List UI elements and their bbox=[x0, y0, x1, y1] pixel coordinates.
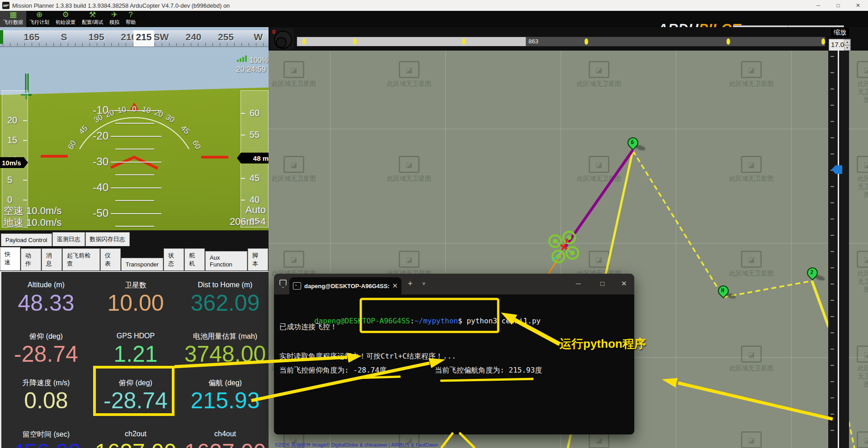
no-satellite-watermark: ◪此区域无卫星图 bbox=[857, 156, 868, 199]
quick-value-pitch[interactable]: -28.74 bbox=[14, 341, 78, 367]
close-button[interactable]: ✕ bbox=[848, 0, 868, 11]
watermark-text: 此区域无卫星图 bbox=[857, 270, 868, 294]
pitch-label: -20 bbox=[93, 130, 108, 142]
maximize-button[interactable]: □ bbox=[828, 0, 848, 11]
timeline-marker[interactable] bbox=[821, 38, 825, 45]
heading-tick bbox=[39, 43, 39, 46]
quick-value-sat-count[interactable]: 10.00 bbox=[107, 290, 164, 316]
no-satellite-watermark: ◪此区域无卫星图 bbox=[729, 156, 774, 183]
terminal-tab[interactable]: >_ dapeng@DESKTOP-A96G4SS: ✕ bbox=[289, 277, 401, 294]
window-title: Mission Planner 1.3.83 build 1.3.9384.38… bbox=[12, 2, 230, 9]
zoom-increase-button[interactable]: ▲ bbox=[844, 39, 850, 45]
terminal-body[interactable]: dapeng@DESKTOP-A96G4SS:~/mypython$ pytho… bbox=[274, 294, 634, 434]
window-titlebar: MP Mission Planner 1.3.83 build 1.3.9384… bbox=[0, 0, 868, 11]
heading-tick bbox=[10, 43, 10, 46]
roll-scale-label: 0 bbox=[132, 105, 136, 114]
quick-label-air-time: 留空时间 (sec) bbox=[23, 430, 70, 439]
timeline-marker[interactable] bbox=[726, 38, 730, 45]
subtab-preflight[interactable]: 起飞前检查 bbox=[62, 248, 100, 271]
watermark-text: 此区域无卫星图 bbox=[729, 80, 774, 88]
quick-value-pitch-2[interactable]: -28.74 bbox=[104, 387, 168, 414]
terminal-close-button[interactable]: ✕ bbox=[621, 280, 627, 288]
subtab-scripts[interactable]: 脚本 bbox=[248, 248, 268, 271]
timeline-marker[interactable] bbox=[302, 38, 306, 45]
flight-plan-icon: ⊕ bbox=[36, 11, 42, 19]
toolbar-item-simulation[interactable]: ✈模拟 bbox=[106, 11, 123, 27]
quick-value-gps-hdop[interactable]: 1.21 bbox=[113, 341, 157, 367]
map-copyright: ©2026 高德软件 Image© DigitalGlobe & chinasi… bbox=[275, 442, 438, 448]
toolbar-item-initial-setup[interactable]: ⚙初始设置 bbox=[52, 11, 79, 27]
pitch-halfline bbox=[115, 174, 154, 175]
quick-value-altitude[interactable]: 48.33 bbox=[18, 290, 74, 316]
subtab-status[interactable]: 状态 bbox=[164, 248, 184, 271]
quick-value-dist-to-home[interactable]: 362.09 bbox=[191, 290, 260, 316]
toolbar-item-flight-plan[interactable]: ⊕飞行计划 bbox=[26, 11, 52, 27]
tab-dataflash-log[interactable]: 数据闪存日志 bbox=[85, 232, 130, 246]
hud-link-quality: 100% bbox=[250, 56, 268, 65]
subtab-transponder[interactable]: Transponder bbox=[121, 258, 163, 271]
no-satellite-watermark: ◪此区域无卫星图 bbox=[857, 251, 868, 294]
hud-display[interactable]: -10-20-30-40-50 604530201001020304560 16… bbox=[0, 27, 269, 230]
no-satellite-watermark: ◪此区域无卫星图 bbox=[857, 345, 868, 389]
quick-label-ch4out: ch4out bbox=[214, 430, 236, 438]
terminal-window[interactable]: >_ dapeng@DESKTOP-A96G4SS: ✕ + ˅ ─ □ ✕ d… bbox=[274, 274, 634, 434]
zoom-decrease-button[interactable]: ▼ bbox=[844, 45, 850, 51]
subtab-gauges[interactable]: 仪表 bbox=[100, 248, 121, 271]
minimize-button[interactable]: ─ bbox=[808, 0, 828, 11]
heading-label: W bbox=[254, 32, 263, 42]
tab-payload-control[interactable]: Payload Control bbox=[1, 233, 52, 246]
terminal-maximize-button[interactable]: □ bbox=[600, 280, 604, 287]
quick-value-yaw[interactable]: 215.93 bbox=[191, 387, 260, 414]
timeline-marker[interactable] bbox=[353, 38, 357, 45]
watermark-text: 此区域无卫星图 bbox=[577, 175, 621, 183]
image-placeholder-icon: ◪ bbox=[741, 251, 762, 268]
subtab-quick[interactable]: 快速 bbox=[0, 247, 20, 271]
pitch-label: -50 bbox=[93, 207, 108, 219]
subtab-aux-function[interactable]: Aux Function bbox=[205, 251, 247, 271]
heading-tick bbox=[75, 43, 75, 46]
zoom-level-input[interactable]: 17.0 ▲ ▼ bbox=[829, 39, 851, 51]
heading-tick bbox=[53, 43, 54, 46]
subtab-messages[interactable]: 消息 bbox=[42, 248, 62, 271]
quick-value-ch4out[interactable]: 1627.00 bbox=[184, 439, 266, 448]
toolbar-item-config-tuning[interactable]: ⚒配置/调试 bbox=[79, 11, 106, 27]
heading-tick bbox=[191, 43, 191, 46]
shield-icon bbox=[279, 280, 287, 288]
quick-value-air-time[interactable]: 456.00 bbox=[12, 439, 81, 448]
heading-tick bbox=[61, 43, 61, 46]
heading-tick bbox=[184, 43, 184, 46]
toolbar-item-flight-data[interactable]: ▦飞行数据 bbox=[0, 11, 26, 27]
heading-tick bbox=[17, 43, 18, 46]
watermark-text: 此区域无卫星图 bbox=[729, 270, 774, 278]
subtab-servo[interactable]: 舵机 bbox=[184, 248, 205, 271]
heading-tick bbox=[82, 43, 83, 46]
waypoint-label: 6 bbox=[628, 139, 637, 145]
terminal-titlebar[interactable]: >_ dapeng@DESKTOP-A96G4SS: ✕ + ˅ ─ □ ✕ bbox=[274, 274, 634, 294]
quick-value-battery-used[interactable]: 3748.00 bbox=[184, 341, 266, 367]
image-placeholder-icon: ◪ bbox=[399, 156, 420, 173]
quick-value-ch2out[interactable]: 1627.00 bbox=[95, 439, 177, 448]
timeline-marker[interactable] bbox=[585, 38, 588, 45]
pitch-halfline bbox=[115, 149, 154, 149]
terminal-minimize-button[interactable]: ─ bbox=[576, 280, 581, 287]
heading-tick bbox=[118, 43, 119, 46]
toolbar-item-label: 初始设置 bbox=[56, 19, 75, 26]
tab-close-icon[interactable]: ✕ bbox=[392, 282, 398, 290]
no-satellite-watermark: ◪此区域无卫星图 bbox=[577, 156, 621, 183]
tab-telemetry-log[interactable]: 遥测日志 bbox=[52, 232, 85, 246]
zoom-level-value[interactable]: 17.0 bbox=[829, 39, 844, 51]
new-tab-button[interactable]: + bbox=[408, 279, 413, 289]
tab-dropdown-icon[interactable]: ˅ bbox=[422, 281, 425, 287]
quick-value-climb-rate[interactable]: 0.08 bbox=[24, 387, 68, 414]
zoom-slider-thumb[interactable] bbox=[831, 165, 842, 174]
image-placeholder-icon: ◪ bbox=[741, 345, 762, 363]
terminal-line-connected: 已成功连接飞控！ bbox=[279, 322, 337, 332]
toolbar-item-label: 帮助 bbox=[126, 19, 136, 26]
timeline-marker[interactable] bbox=[462, 38, 466, 45]
zoom-slider[interactable] bbox=[828, 51, 849, 448]
toolbar-item-label: 模拟 bbox=[109, 19, 119, 26]
subtab-actions[interactable]: 动作 bbox=[21, 248, 41, 271]
timeline-bar[interactable]: 863 bbox=[297, 37, 826, 47]
no-satellite-watermark: ◪此区域无卫星图 bbox=[729, 61, 774, 88]
toolbar-item-help[interactable]: ?帮助 bbox=[123, 11, 139, 27]
